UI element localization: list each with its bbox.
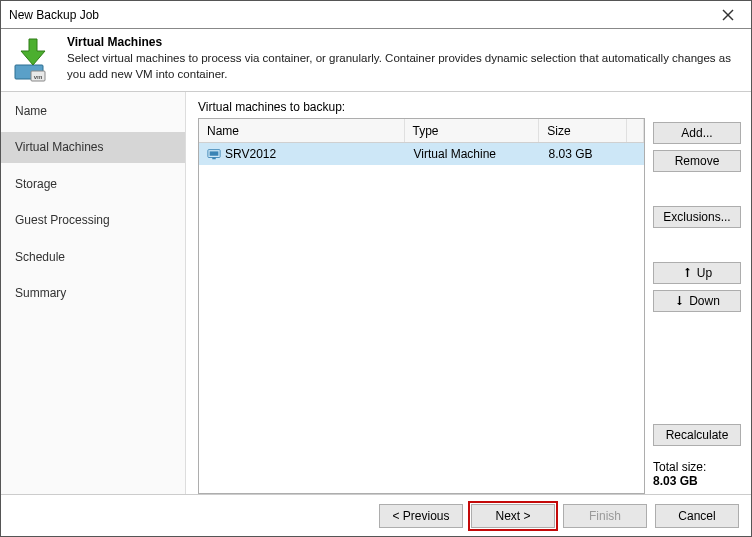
column-header-type[interactable]: Type <box>405 119 540 142</box>
sidebar-item-label: Virtual Machines <box>15 140 104 154</box>
add-button[interactable]: Add... <box>653 122 741 144</box>
footer-button-bar: < Previous Next > Finish Cancel <box>1 494 751 536</box>
sidebar-item-storage[interactable]: Storage <box>1 169 185 199</box>
totals-value: 8.03 GB <box>653 474 741 488</box>
table-row[interactable]: SRV2012 Virtual Machine 8.03 GB <box>199 143 644 165</box>
wizard-steps-sidebar: Name Virtual Machines Storage Guest Proc… <box>1 92 186 494</box>
titlebar: New Backup Job <box>1 1 751 29</box>
column-header-gap <box>627 119 644 142</box>
sidebar-item-label: Schedule <box>15 250 65 264</box>
sidebar-item-guest-processing[interactable]: Guest Processing <box>1 205 185 235</box>
main-area: Name Virtual Machines Storage Guest Proc… <box>1 92 751 494</box>
next-button[interactable]: Next > <box>471 504 555 528</box>
down-button[interactable]: 🠗Down <box>653 290 741 312</box>
close-icon <box>722 9 734 21</box>
cell-name: SRV2012 <box>225 147 276 161</box>
vm-icon <box>207 147 221 161</box>
column-header-size[interactable]: Size <box>539 119 627 142</box>
window-title: New Backup Job <box>9 8 713 22</box>
wizard-header: vm Virtual Machines Select virtual machi… <box>1 29 751 92</box>
grid-header: Name Type Size <box>199 119 644 143</box>
cell-type: Virtual Machine <box>406 147 541 161</box>
sidebar-item-name[interactable]: Name <box>1 96 185 126</box>
sidebar-item-label: Storage <box>15 177 57 191</box>
sidebar-item-virtual-machines[interactable]: Virtual Machines <box>1 132 185 162</box>
vm-grid: Name Type Size SRV2012 Virtual Machine <box>198 118 645 494</box>
wizard-icon: vm <box>11 35 59 83</box>
arrow-down-icon: 🠗 <box>674 295 685 307</box>
finish-button[interactable]: Finish <box>563 504 647 528</box>
cancel-button[interactable]: Cancel <box>655 504 739 528</box>
totals-label: Total size: <box>653 460 741 474</box>
totals: Total size: 8.03 GB <box>653 460 741 488</box>
cell-size: 8.03 GB <box>541 147 628 161</box>
grid-body: SRV2012 Virtual Machine 8.03 GB <box>199 143 644 493</box>
sidebar-item-label: Guest Processing <box>15 213 110 227</box>
svg-rect-7 <box>212 158 216 160</box>
list-label: Virtual machines to backup: <box>198 100 645 114</box>
sidebar-item-schedule[interactable]: Schedule <box>1 242 185 272</box>
up-button[interactable]: 🠕Up <box>653 262 741 284</box>
content-area: Virtual machines to backup: Name Type Si… <box>186 92 751 494</box>
arrow-up-icon: 🠕 <box>682 267 693 279</box>
svg-text:vm: vm <box>34 74 43 80</box>
previous-button[interactable]: < Previous <box>379 504 463 528</box>
svg-rect-6 <box>210 151 219 155</box>
sidebar-item-summary[interactable]: Summary <box>1 278 185 308</box>
recalculate-button[interactable]: Recalculate <box>653 424 741 446</box>
sidebar-item-label: Summary <box>15 286 66 300</box>
header-description: Select virtual machines to process via c… <box>67 51 741 82</box>
header-title: Virtual Machines <box>67 35 741 49</box>
remove-button[interactable]: Remove <box>653 150 741 172</box>
side-button-column: Add... Remove Exclusions... 🠕Up 🠗Down Re… <box>653 100 741 494</box>
close-button[interactable] <box>713 4 743 26</box>
column-header-name[interactable]: Name <box>199 119 405 142</box>
sidebar-item-label: Name <box>15 104 47 118</box>
exclusions-button[interactable]: Exclusions... <box>653 206 741 228</box>
